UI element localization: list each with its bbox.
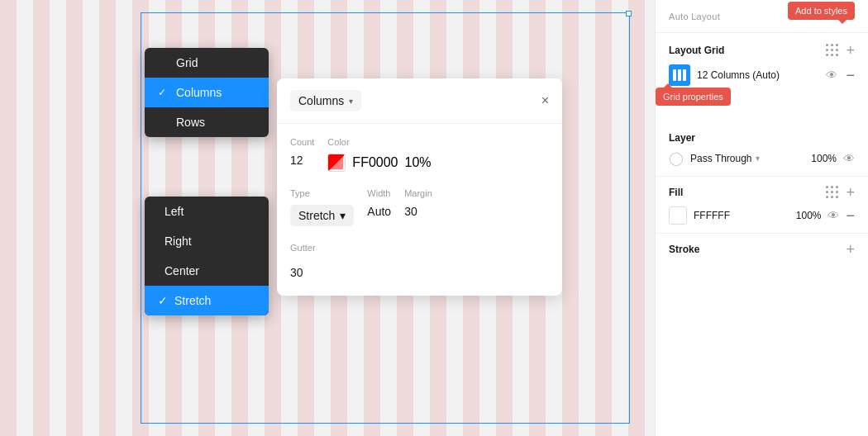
gutter-field: Gutter 30 [290,243,549,279]
gutter-value[interactable]: 30 [290,266,549,279]
add-fill-button[interactable]: + [846,185,855,200]
stroke-title: Stroke [669,244,699,255]
margin-value[interactable]: 30 [404,205,432,218]
chevron-down-icon: ▾ [349,97,353,106]
right-option[interactable]: Right [145,226,269,256]
fill-opacity-value[interactable]: 100% [796,210,822,221]
remove-fill-button[interactable]: − [846,208,855,223]
width-value[interactable]: Auto [367,205,391,218]
check-icon-selected: ✓ [158,87,169,98]
add-styles-container: Add to styles + [846,8,855,24]
opacity-input[interactable]: 100% [811,153,837,164]
grid-item-row: 12 Columns (Auto) 👁 − [669,64,855,86]
color-input[interactable]: FF0000 10% [327,154,549,172]
selection-handle[interactable] [626,11,632,17]
columns-option[interactable]: ✓ Columns [145,78,269,107]
blend-mode-icon: ◯ [669,150,684,166]
columns-panel: Columns ▾ × Count 12 Color FF0000 [277,78,562,296]
layout-grid-section: Layout Grid + [656,33,868,64]
color-field: Color FF0000 10% [327,137,549,172]
layer-row: ◯ Pass Through ▾ 100% 👁 [669,150,855,166]
type-field: Type Stretch ▾ [290,188,354,226]
fill-row: FFFFFF 100% 👁 − [669,206,855,225]
right-sidebar: Auto Layout Add to styles + Layout Grid … [655,0,868,436]
add-layout-grid-button[interactable]: + [846,43,855,58]
grid-type-dropdown: Grid ✓ Columns Rows [145,48,269,137]
type-dropdown-btn[interactable]: Stretch ▾ [290,205,354,226]
grid-row-container: 12 Columns (Auto) 👁 − Grid properties [656,64,868,89]
align-type-dropdown: Left Right Center ✓ Stretch [145,197,269,315]
blend-chevron-icon: ▾ [756,154,760,163]
stroke-header: Stroke + [669,242,855,257]
count-field: Count 12 [290,137,314,167]
close-button[interactable]: × [541,94,549,107]
columns-type-btn[interactable]: Columns ▾ [290,90,361,111]
auto-layout-title: Auto Layout [669,12,720,21]
panel-body: Count 12 Color FF0000 10% Type [277,124,562,279]
remove-grid-button[interactable]: − [846,68,855,83]
add-to-styles-tooltip: Add to styles [788,2,855,20]
fill-header: Fill + [669,185,855,200]
fill-title: Fill [669,187,683,198]
width-field: Width Auto [367,188,391,218]
chevron-down-icon: ▾ [340,209,346,222]
auto-layout-section: Auto Layout Add to styles + [656,0,868,33]
color-swatch[interactable] [327,154,346,172]
layout-grid-title: Layout Grid [669,45,724,56]
add-stroke-button[interactable]: + [846,242,855,257]
fill-hex-value[interactable]: FFFFFF [694,210,789,221]
count-color-row: Count 12 Color FF0000 10% [290,137,549,172]
layer-section: Layer ◯ Pass Through ▾ 100% 👁 [656,126,868,177]
grid-row-label: 12 Columns (Auto) [697,69,819,81]
margin-field: Margin 30 [404,188,432,218]
fill-section: Fill + FFFFFF 100% 👁 − [656,177,868,234]
grid-properties-tooltip: Grid properties [656,88,731,106]
grid-dots-icon[interactable] [826,44,839,57]
fill-color-swatch[interactable] [669,206,687,225]
layer-title: Layer [669,132,855,144]
type-width-margin-row: Type Stretch ▾ Width Auto Margin 30 [290,188,549,226]
opacity-value: 10% [405,155,432,170]
toggle-visibility-button[interactable]: 👁 [826,69,837,82]
stroke-section: Stroke + [656,234,868,265]
grid-option[interactable]: Grid [145,48,269,78]
count-value[interactable]: 12 [290,154,314,167]
stretch-option[interactable]: ✓ Stretch [145,286,269,315]
hex-value: FF0000 [352,155,398,170]
left-option[interactable]: Left [145,197,269,226]
fill-dots-icon[interactable] [826,186,839,199]
layer-visibility-button[interactable]: 👁 [843,152,855,165]
center-option[interactable]: Center [145,256,269,286]
fill-visibility-button[interactable]: 👁 [827,209,839,222]
blend-mode-button[interactable]: Pass Through ▾ [690,153,804,164]
rows-option[interactable]: Rows [145,107,269,137]
panel-header: Columns ▾ × [277,78,562,124]
canvas: Grid ✓ Columns Rows Left Right Center ✓ … [0,0,655,436]
